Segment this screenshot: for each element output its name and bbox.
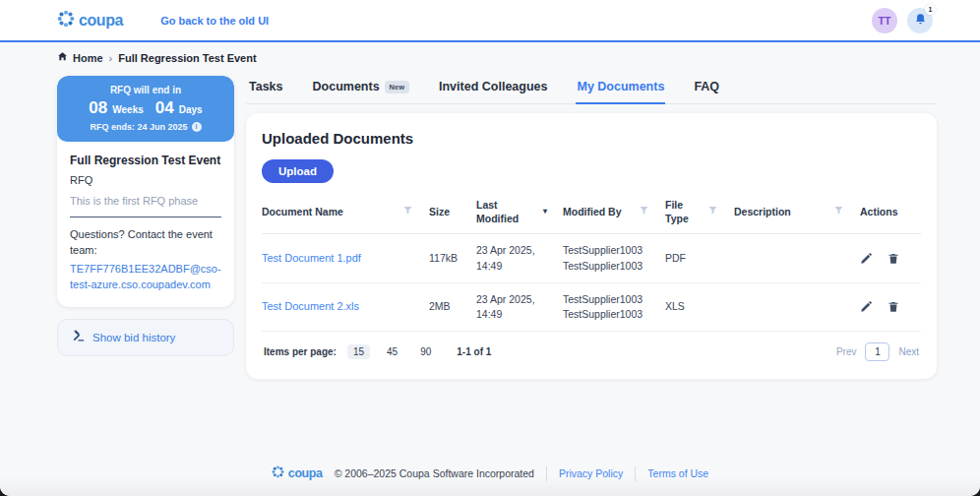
col-size: Size [429,206,476,219]
edit-document-button[interactable] [860,300,873,313]
upload-button[interactable]: Upload [262,159,334,183]
uploaded-documents-panel: Uploaded Documents Upload Document Name … [246,113,937,379]
col-file-type: File Type [665,199,734,225]
contact-label: Questions? Contact the event team: [70,227,221,259]
breadcrumb: Home › Full Regression Test Event [0,42,980,70]
modified-by-cell: TestSupplier1003 TestSupplier1003 [563,243,665,273]
weeks-value: 08 [89,98,107,118]
coupa-flower-icon [57,10,75,31]
page-size-option-45[interactable]: 45 [381,344,403,359]
file-type-cell: XLS [665,299,734,314]
items-per-page-label: Items per page: [264,346,337,357]
tab-my-documents[interactable]: My Documents [576,76,665,104]
coupa-wordmark: coupa [79,12,123,30]
notification-badge: 1 [925,4,936,15]
col-last-modified[interactable]: Last Modified ▾ [476,199,563,225]
actions-cell [860,252,921,265]
days-label: Days [179,104,203,115]
tab-invited-colleagues[interactable]: Invited Colleagues [438,76,548,104]
pager: Prev 1 Next [836,342,919,361]
divider [70,217,221,217]
size-cell: 2MB [429,299,476,314]
header-actions: TT 1 [872,8,933,33]
tab-tasks[interactable]: Tasks [248,76,284,104]
panel-title: Uploaded Documents [262,130,921,147]
breadcrumb-home[interactable]: Home [57,51,103,64]
page-size-option-15[interactable]: 15 [347,344,370,359]
user-avatar[interactable]: TT [872,8,897,33]
filter-icon[interactable] [833,205,844,219]
breadcrumb-chevron: › [109,52,113,64]
coupa-logo[interactable]: coupa [57,10,123,31]
show-bid-history-button[interactable]: Show bid history [57,319,234,356]
document-link[interactable]: Test Document 1.pdf [262,252,361,264]
notification-bell-button[interactable]: 1 [907,8,933,33]
last-modified-cell: 23 Apr 2025, 14:49 [476,292,563,322]
content-area: RFQ will end in 08 Weeks 04 Days RFQ end… [0,70,980,453]
privacy-policy-link[interactable]: Privacy Policy [559,467,623,479]
event-type: RFQ [70,174,221,186]
rfq-end-date: RFQ ends: 24 Jun 2025 i [63,122,228,132]
file-type-cell: PDF [665,251,734,266]
copyright-text: © 2006–2025 Coupa Software Incorporated [335,467,534,479]
col-actions: Actions [860,206,921,219]
countdown-title: RFQ will end in [63,85,228,95]
countdown-values: 08 Weeks 04 Days [63,98,228,118]
breadcrumb-current: Full Regression Test Event [118,52,256,64]
next-page-button[interactable]: Next [898,346,919,357]
current-page-input[interactable]: 1 [865,342,889,361]
event-title: Full Regression Test Event [70,154,221,167]
gavel-icon [71,329,85,346]
terms-of-use-link[interactable]: Terms of Use [647,467,708,479]
tab-faq[interactable]: FAQ [693,76,720,104]
filter-icon[interactable] [639,205,649,219]
home-icon [57,51,68,64]
pagination-bar: Items per page: 15 45 90 1-1 of 1 Prev 1… [262,332,921,369]
event-phase-note: This is the first RFQ phase [70,195,221,207]
sort-desc-icon: ▾ [543,207,547,217]
back-to-old-ui-link[interactable]: Go back to the old UI [160,15,269,27]
table-row: Test Document 1.pdf 117kB 23 Apr 2025, 1… [262,234,921,282]
rfq-countdown-card: RFQ will end in 08 Weeks 04 Days RFQ end… [57,76,234,142]
footer-divider [635,466,636,481]
filter-icon[interactable] [707,205,718,219]
event-sidebar: RFQ will end in 08 Weeks 04 Days RFQ end… [57,76,234,356]
col-modified-by: Modified By [563,205,665,219]
table-header-row: Document Name Size Last Modified ▾ [262,197,921,234]
event-tabs: Tasks Documents New Invited Colleagues M… [246,76,937,104]
main-area: Tasks Documents New Invited Colleagues M… [246,76,937,379]
info-icon[interactable]: i [192,122,202,132]
event-info: Full Regression Test Event RFQ This is t… [57,142,234,307]
bell-icon [914,12,927,30]
page-size-option-90[interactable]: 90 [414,344,437,359]
app-window: coupa Go back to the old UI TT 1 [0,0,980,496]
bid-history-label: Show bid history [92,332,175,343]
footer-divider [546,466,547,481]
documents-table: Document Name Size Last Modified ▾ [262,197,921,369]
delete-document-button[interactable] [888,300,899,313]
contact-email-link[interactable]: TE7FF776B1EE32ADBF@cso-test-azure.cso.co… [70,261,221,293]
results-range: 1-1 of 1 [457,346,491,357]
prev-page-button[interactable]: Prev [836,346,857,357]
coupa-flower-icon [272,465,284,482]
days-value: 04 [155,98,174,118]
actions-cell [860,300,921,313]
modified-by-cell: TestSupplier1003 TestSupplier1003 [563,292,665,322]
weeks-label: Weeks [112,104,144,115]
last-modified-cell: 23 Apr 2025, 14:49 [476,243,563,273]
footer-wordmark: coupa [288,466,323,480]
document-link[interactable]: Test Document 2.xls [262,300,359,312]
size-cell: 117kB [429,251,476,266]
page-footer: coupa © 2006–2025 Coupa Software Incorpo… [0,453,980,496]
footer-coupa-logo: coupa [272,465,323,482]
new-badge: New [385,81,409,93]
delete-document-button[interactable] [888,252,899,265]
edit-document-button[interactable] [860,252,873,265]
event-summary-card: RFQ will end in 08 Weeks 04 Days RFQ end… [57,76,234,307]
table-row: Test Document 2.xls 2MB 23 Apr 2025, 14:… [262,283,921,332]
tab-documents[interactable]: Documents New [312,76,411,104]
filter-icon[interactable] [402,205,413,219]
col-description: Description [734,205,860,219]
col-document-name: Document Name [262,205,429,219]
top-header: coupa Go back to the old UI TT 1 [0,0,980,42]
